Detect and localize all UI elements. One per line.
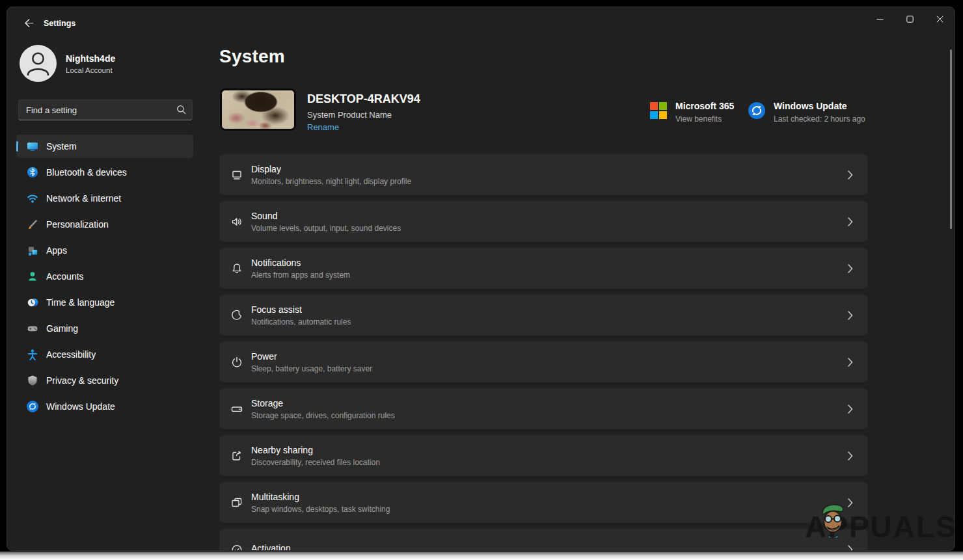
settings-row-storage[interactable]: StorageStorage space, drives, configurat…	[219, 388, 868, 429]
display-icon	[230, 168, 245, 182]
sidebar-item-label: Windows Update	[46, 401, 115, 412]
ms365-title: Microsoft 365	[675, 101, 734, 111]
sidebar-item-accessibility[interactable]: Accessibility	[16, 343, 193, 366]
row-title: Storage	[251, 398, 395, 408]
settings-window: Settings Night	[7, 7, 955, 551]
row-subtitle: Volume levels, output, input, sound devi…	[251, 224, 401, 233]
drive-icon	[230, 402, 245, 416]
windows-update-icon	[27, 401, 38, 412]
chevron-right-icon	[848, 217, 853, 226]
search-box	[18, 100, 193, 120]
settings-row-activation[interactable]: Activation	[219, 529, 868, 551]
sidebar-item-gaming[interactable]: Gaming	[16, 317, 193, 340]
device-info: DESKTOP-4RAKV94 System Product Name Rena…	[307, 92, 420, 133]
settings-row-focus-assist[interactable]: Focus assistNotifications, automatic rul…	[219, 295, 868, 336]
ms-logo-blue-square	[650, 111, 658, 119]
search-icon	[176, 105, 186, 114]
user-name: Nightsh4de	[66, 53, 115, 64]
multitask-windows-icon	[230, 496, 245, 510]
chevron-right-icon	[848, 451, 853, 460]
windows-update-card[interactable]: Windows Update Last checked: 2 hours ago	[748, 101, 865, 124]
sidebar-item-label: Network & internet	[46, 193, 121, 204]
microsoft-logo-icon	[650, 102, 667, 119]
back-button[interactable]	[18, 12, 40, 33]
chevron-right-icon	[848, 358, 853, 367]
user-profile[interactable]: Nightsh4de Local Account	[20, 45, 115, 82]
row-subtitle: Snap windows, desktops, task switching	[251, 505, 390, 514]
activation-check-icon	[230, 542, 245, 552]
share-icon	[230, 449, 245, 463]
brush-icon	[27, 219, 38, 230]
sidebar-item-windows-update[interactable]: Windows Update	[16, 395, 193, 418]
windows-update-icon	[748, 102, 765, 119]
row-title: Notifications	[251, 258, 350, 268]
sidebar-item-accounts[interactable]: Accounts	[16, 265, 193, 288]
system-icon	[27, 140, 38, 152]
settings-row-multitasking[interactable]: MultitaskingSnap windows, desktops, task…	[219, 482, 868, 523]
windows-update-title: Windows Update	[774, 101, 865, 111]
settings-row-notifications[interactable]: NotificationsAlerts from apps and system	[219, 248, 868, 289]
search-input[interactable]	[18, 100, 193, 120]
settings-rows: DisplayMonitors, brightness, night light…	[219, 154, 868, 551]
sidebar-nav: System Bluetooth & devices Network & int…	[16, 135, 193, 421]
row-title: Sound	[251, 211, 401, 221]
back-arrow-icon	[23, 18, 34, 29]
sidebar-item-system[interactable]: System	[16, 135, 193, 158]
chevron-right-icon	[848, 311, 853, 320]
scrollbar-thumb[interactable]	[950, 49, 952, 229]
sidebar-item-apps[interactable]: Apps	[16, 239, 193, 262]
ms-logo-yellow-square	[659, 111, 667, 119]
sidebar-item-personalization[interactable]: Personalization	[16, 213, 193, 236]
sidebar-item-label: Accounts	[46, 271, 84, 282]
sound-icon	[230, 215, 245, 229]
settings-row-power[interactable]: PowerSleep, battery usage, battery saver	[219, 341, 868, 382]
row-title: Nearby sharing	[251, 445, 380, 455]
row-subtitle: Notifications, automatic rules	[251, 317, 351, 327]
desktop-background: Settings Night	[0, 0, 963, 560]
row-subtitle: Storage space, drives, configuration rul…	[251, 411, 395, 420]
maximize-button[interactable]	[895, 7, 925, 31]
sidebar-item-label: Gaming	[46, 323, 78, 334]
ms-logo-red-square	[650, 102, 658, 110]
sidebar-item-label: Privacy & security	[46, 375, 118, 386]
screenshot-bottom-edge	[0, 552, 963, 560]
chevron-right-icon	[848, 264, 853, 273]
shield-icon	[27, 375, 38, 386]
row-title: Activation	[251, 543, 291, 552]
user-account-type: Local Account	[66, 66, 115, 74]
settings-row-sound[interactable]: SoundVolume levels, output, input, sound…	[219, 201, 868, 242]
avatar	[20, 45, 57, 82]
sidebar-item-privacy-security[interactable]: Privacy & security	[16, 369, 193, 392]
close-button[interactable]	[925, 7, 955, 31]
sidebar-item-label: Bluetooth & devices	[46, 167, 127, 178]
settings-row-nearby-sharing[interactable]: Nearby sharingDiscoverability, received …	[219, 435, 868, 476]
sidebar-item-label: System	[46, 141, 77, 152]
maximize-icon	[906, 16, 914, 23]
chevron-right-icon	[848, 545, 853, 552]
row-subtitle: Discoverability, received files location	[251, 458, 380, 467]
device-product-name: System Product Name	[307, 110, 420, 120]
row-subtitle: Sleep, battery usage, battery saver	[251, 364, 372, 373]
windows-update-subtitle: Last checked: 2 hours ago	[774, 114, 865, 124]
row-subtitle: Alerts from apps and system	[251, 271, 350, 280]
sidebar-item-label: Apps	[46, 245, 67, 256]
row-title: Focus assist	[251, 304, 351, 315]
selection-indicator	[16, 141, 18, 152]
accessibility-person-icon	[27, 349, 38, 360]
ms365-subtitle: View benefits	[675, 114, 734, 124]
sidebar-item-network-internet[interactable]: Network & internet	[16, 187, 193, 210]
row-title: Multitasking	[251, 492, 390, 502]
sidebar-item-bluetooth-devices[interactable]: Bluetooth & devices	[16, 161, 193, 184]
bell-icon	[230, 261, 245, 276]
rename-link[interactable]: Rename	[307, 122, 339, 132]
settings-row-display[interactable]: DisplayMonitors, brightness, night light…	[219, 154, 868, 195]
device-name: DESKTOP-4RAKV94	[307, 92, 420, 106]
microsoft-365-card[interactable]: Microsoft 365 View benefits	[650, 101, 734, 124]
bluetooth-icon	[27, 167, 38, 178]
sidebar-item-time-language[interactable]: Time & language	[16, 291, 193, 314]
minimize-button[interactable]	[865, 7, 895, 31]
minimize-icon	[876, 16, 884, 23]
row-title: Power	[251, 351, 372, 362]
moon-icon	[230, 308, 245, 323]
apps-icon	[27, 245, 38, 256]
